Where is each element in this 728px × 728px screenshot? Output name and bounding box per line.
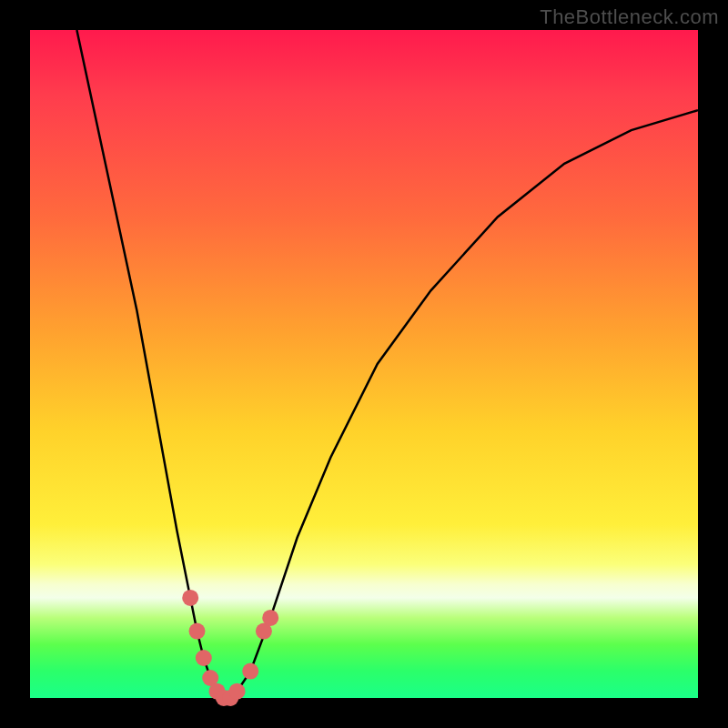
marker-right-1 bbox=[242, 663, 258, 680]
marker-right-3 bbox=[262, 610, 278, 626]
plot-area bbox=[30, 30, 698, 698]
marker-left-3 bbox=[196, 650, 212, 666]
marker-bottom-5 bbox=[229, 683, 246, 700]
chart-frame: TheBottleneck.com bbox=[0, 0, 728, 728]
marker-left-1 bbox=[182, 590, 198, 606]
bottleneck-curve bbox=[76, 30, 698, 698]
watermark-text: TheBottleneck.com bbox=[540, 5, 719, 29]
curve-markers bbox=[182, 590, 278, 706]
marker-left-2 bbox=[189, 623, 206, 640]
curve-layer bbox=[30, 30, 698, 698]
